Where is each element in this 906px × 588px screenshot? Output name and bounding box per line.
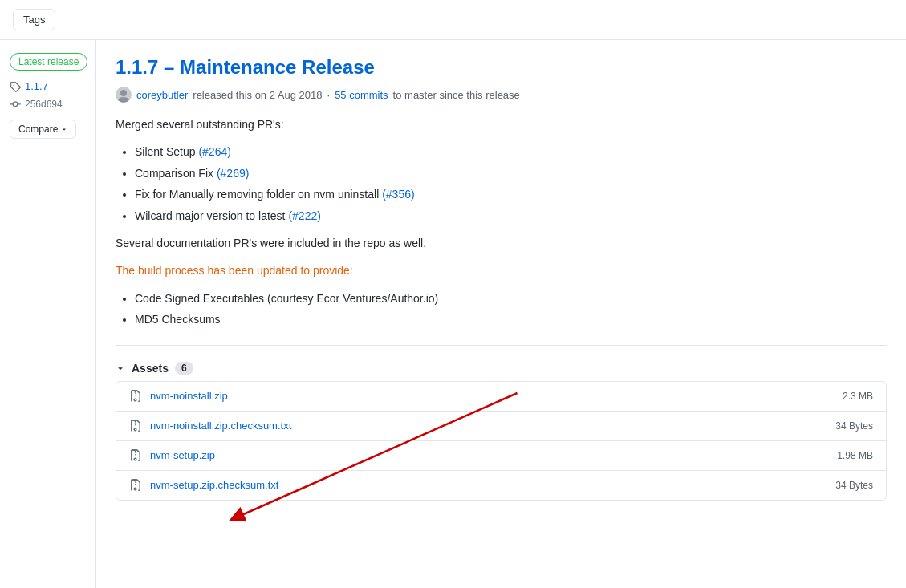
tag-icon	[10, 81, 21, 92]
pr-264-link[interactable]: (#264)	[198, 145, 230, 158]
pr-269-link[interactable]: (#269)	[217, 167, 249, 180]
list-item: Comparison Fix (#269)	[135, 164, 887, 182]
compare-label: Compare	[18, 124, 58, 135]
zip-icon	[129, 420, 142, 432]
commit-hash: 256d694	[25, 99, 63, 110]
zip-icon	[129, 479, 142, 492]
doc-note: Several documentation PR's were included…	[116, 234, 887, 252]
list-item: Code Signed Executables (courtesy Ecor V…	[135, 290, 887, 307]
tag-name: 1.1.7	[25, 80, 48, 92]
commit-icon	[10, 99, 21, 110]
assets-label: Assets	[132, 362, 169, 375]
build-list: Code Signed Executables (courtesy Ecor V…	[135, 290, 887, 329]
asset-size-1: 2.3 MB	[843, 391, 873, 402]
list-item: Silent Setup (#264)	[135, 143, 887, 160]
build-note: The build process has been updated to pr…	[116, 262, 887, 279]
sidebar-commit: 256d694	[10, 99, 86, 110]
top-bar: Tags	[0, 0, 906, 40]
asset-item-3: nvm-setup.zip 1.98 MB	[116, 441, 886, 471]
asset-size-3: 1.98 MB	[837, 450, 873, 461]
released-on-text: released this on 2 Aug 2018	[193, 89, 322, 101]
asset-item-2: nvm-noinstall.zip.checksum.txt 34 Bytes	[116, 412, 886, 441]
asset-item-1: nvm-noinstall.zip 2.3 MB	[116, 382, 886, 412]
svg-point-0	[120, 90, 127, 96]
asset-name-2[interactable]: nvm-noinstall.zip.checksum.txt	[150, 420, 835, 432]
compare-button[interactable]: Compare	[10, 120, 76, 139]
tags-button[interactable]: Tags	[13, 9, 55, 30]
zip-icon	[129, 449, 142, 462]
divider	[116, 345, 887, 346]
page-container: Tags Latest release 1.1.7 256d694 Compar…	[0, 0, 906, 588]
commits-link[interactable]: 55 commits	[335, 89, 388, 101]
sidebar-tag: 1.1.7	[10, 80, 86, 92]
zip-icon	[129, 390, 142, 403]
assets-count: 6	[175, 362, 193, 375]
commits-suffix: to master since this release	[393, 89, 520, 101]
asset-size-4: 34 Bytes	[835, 480, 873, 491]
asset-name-3[interactable]: nvm-setup.zip	[150, 449, 837, 461]
asset-size-2: 34 Bytes	[835, 420, 873, 432]
avatar	[116, 87, 132, 103]
content-area: Latest release 1.1.7 256d694 Compare	[0, 40, 906, 588]
assets-section: Assets 6 nvm-noinstall.zip 2.3 MB	[116, 362, 887, 501]
chevron-down-icon	[61, 126, 67, 132]
asset-name-1[interactable]: nvm-noinstall.zip	[150, 390, 843, 402]
assets-list: nvm-noinstall.zip 2.3 MB nvm-noinstall.z…	[116, 381, 887, 501]
dot-separator: ·	[327, 89, 331, 101]
intro-text: Merged several outstanding PR's:	[116, 116, 887, 133]
pr-356-link[interactable]: (#356)	[382, 188, 414, 201]
asset-name-4[interactable]: nvm-setup.zip.checksum.txt	[150, 479, 835, 491]
release-title: 1.1.7 – Maintenance Release	[116, 56, 887, 79]
latest-release-badge: Latest release	[10, 53, 87, 71]
assets-header[interactable]: Assets 6	[116, 362, 887, 375]
author-link[interactable]: coreybutler	[136, 89, 188, 101]
asset-item-4: nvm-setup.zip.checksum.txt 34 Bytes	[116, 471, 886, 500]
list-item: MD5 Checksums	[135, 310, 887, 328]
svg-point-1	[118, 97, 129, 103]
sidebar: Latest release 1.1.7 256d694 Compare	[0, 40, 96, 588]
pr-222-link[interactable]: (#222)	[288, 209, 320, 222]
pr-list: Silent Setup (#264) Comparison Fix (#269…	[135, 143, 887, 225]
triangle-down-icon	[116, 363, 125, 373]
release-body: Merged several outstanding PR's: Silent …	[116, 116, 887, 329]
release-meta: coreybutler released this on 2 Aug 2018 …	[116, 87, 887, 103]
main-content: 1.1.7 – Maintenance Release coreybutler …	[96, 40, 906, 588]
list-item: Wilcard major version to latest (#222)	[135, 207, 887, 225]
list-item: Fix for Manually removing folder on nvm …	[135, 185, 887, 203]
